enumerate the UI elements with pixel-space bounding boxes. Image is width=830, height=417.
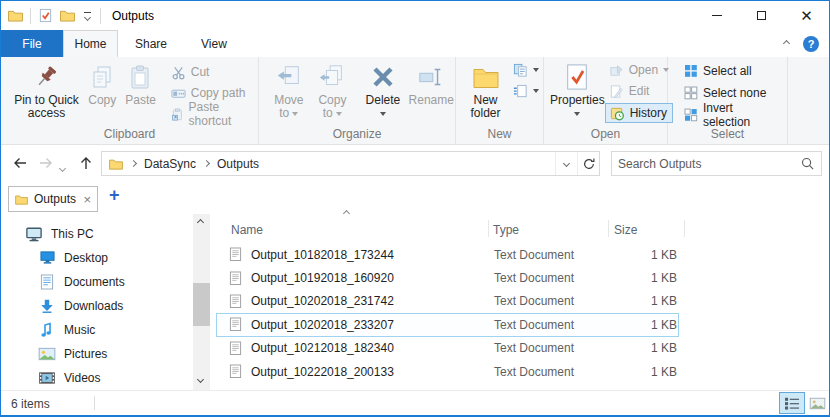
select-none-button[interactable]: Select none: [680, 84, 787, 102]
tab-share[interactable]: Share: [118, 30, 184, 57]
tab-home[interactable]: Home: [63, 30, 118, 57]
folder-tab-bar: Outputs × +: [1, 182, 829, 214]
scroll-up-icon[interactable]: [197, 219, 204, 226]
sidebar-item-label: Documents: [64, 275, 125, 289]
history-button[interactable]: History: [605, 103, 673, 123]
delete-icon: [370, 64, 396, 90]
up-button[interactable]: [77, 154, 95, 175]
search-input[interactable]: [618, 157, 800, 171]
titlebar-separator: [100, 8, 101, 24]
file-row[interactable]: Output_10182018_173244 Text Document 1 K…: [216, 243, 679, 266]
ribbon: Pin to Quickaccess Copy Paste Cut: [1, 57, 829, 145]
qat-new-folder-icon[interactable]: [60, 9, 75, 22]
file-type: Text Document: [494, 341, 615, 355]
item-count: 6 items: [11, 397, 50, 411]
paste-shortcut-button[interactable]: Paste shortcut: [167, 105, 258, 123]
file-row[interactable]: Output_10212018_182340 Text Document 1 K…: [216, 337, 679, 360]
delete-label: Delete: [366, 93, 401, 107]
open-button[interactable]: Open: [605, 61, 673, 79]
help-button[interactable]: ?: [803, 36, 819, 52]
previous-locations-button[interactable]: [555, 152, 577, 175]
refresh-button[interactable]: [577, 152, 599, 175]
column-header-type[interactable]: Type: [493, 223, 519, 237]
sidebar-item-downloads[interactable]: Downloads: [38, 294, 123, 317]
cut-button[interactable]: Cut: [167, 63, 258, 81]
file-row[interactable]: Output_10202018_231742 Text Document 1 K…: [216, 290, 679, 313]
ribbon-group-new: Newfolder New: [456, 57, 544, 144]
forward-button[interactable]: [37, 154, 55, 175]
sidebar-item-label: Downloads: [64, 299, 123, 313]
move-to-label-line1: Move: [274, 93, 303, 107]
open-icon: [609, 63, 624, 78]
tab-close-icon[interactable]: ×: [83, 193, 91, 206]
back-button[interactable]: [11, 154, 29, 175]
paste-button[interactable]: Paste: [121, 57, 161, 107]
delete-button[interactable]: Delete: [358, 57, 407, 120]
refresh-icon: [582, 157, 596, 171]
history-label: History: [630, 106, 667, 120]
column-separator[interactable]: [608, 220, 609, 237]
minimize-button[interactable]: [694, 1, 739, 30]
sidebar-item-pictures[interactable]: Pictures: [38, 342, 107, 365]
move-to-button[interactable]: Moveto: [267, 57, 311, 120]
new-tab-button[interactable]: +: [109, 185, 120, 206]
app-folder-icon: [8, 9, 23, 22]
sidebar-item-music[interactable]: Music: [38, 318, 95, 341]
chevron-down-icon: [336, 112, 342, 116]
ribbon-group-organize: Moveto Copyto Delete Rename Organize: [259, 57, 456, 144]
file-row-hovered[interactable]: Output_10202018_233207 Text Document 1 K…: [216, 313, 679, 336]
maximize-button[interactable]: [739, 1, 784, 30]
column-header-size[interactable]: Size: [614, 223, 637, 237]
this-pc-icon: [25, 226, 43, 242]
details-view-button[interactable]: [779, 392, 805, 414]
close-button[interactable]: ✕: [784, 1, 829, 30]
copy-to-button[interactable]: Copyto: [311, 57, 355, 120]
edit-label: Edit: [629, 84, 650, 98]
column-separator[interactable]: [488, 220, 489, 237]
icons-view-button[interactable]: [807, 394, 827, 412]
file-name: Output_10182018_173244: [251, 248, 494, 262]
new-folder-button[interactable]: Newfolder: [462, 57, 509, 120]
sidebar-item-videos[interactable]: Videos: [38, 366, 100, 389]
sidebar-scrollbar[interactable]: [193, 214, 210, 390]
easy-access-button[interactable]: [509, 61, 543, 79]
sidebar-item-this-pc[interactable]: This PC: [25, 222, 94, 245]
sidebar-item-desktop[interactable]: Desktop: [38, 246, 108, 269]
select-all-button[interactable]: Select all: [680, 62, 787, 80]
edit-icon: [609, 84, 624, 99]
tab-file[interactable]: File: [1, 30, 63, 57]
copy-button[interactable]: Copy: [84, 57, 121, 107]
pin-to-quick-access-button[interactable]: Pin to Quickaccess: [9, 57, 84, 120]
qat-customize-dropdown[interactable]: [82, 10, 93, 22]
new-folder-icon: [471, 63, 501, 91]
column-separator[interactable]: [684, 220, 685, 237]
chevron-down-icon: [533, 68, 539, 72]
edit-button[interactable]: Edit: [605, 82, 673, 100]
qat-properties-icon[interactable]: [38, 8, 53, 23]
invert-selection-button[interactable]: Invert selection: [680, 106, 787, 124]
address-toolbar: DataSync Outputs: [1, 145, 829, 182]
properties-icon: [564, 63, 590, 91]
minimize-ribbon-icon[interactable]: [783, 40, 790, 47]
breadcrumb-outputs[interactable]: Outputs: [217, 157, 259, 171]
pin-label-line2: access: [28, 106, 65, 120]
file-row[interactable]: Output_10222018_200133 Text Document 1 K…: [216, 360, 679, 383]
scroll-down-icon[interactable]: [197, 376, 204, 383]
select-none-icon: [684, 86, 698, 100]
column-header-name[interactable]: Name: [231, 223, 263, 237]
breadcrumb-datasync[interactable]: DataSync: [144, 157, 196, 171]
recent-locations-button[interactable]: [60, 160, 65, 174]
rename-icon: [417, 63, 445, 91]
folder-tab-outputs[interactable]: Outputs ×: [8, 186, 98, 212]
search-icon[interactable]: [800, 156, 815, 171]
properties-button[interactable]: Properties: [550, 57, 605, 120]
paste-shortcut-label: Paste shortcut: [189, 100, 254, 128]
rename-button[interactable]: Rename: [408, 57, 455, 107]
address-bar[interactable]: DataSync Outputs: [101, 151, 600, 176]
file-row[interactable]: Output_10192018_160920 Text Document 1 K…: [216, 266, 679, 289]
ribbon-group-select: Select all Select none Invert selection …: [668, 57, 788, 144]
scrollbar-thumb[interactable]: [193, 283, 210, 326]
new-item-button[interactable]: [509, 82, 543, 100]
tab-view[interactable]: View: [184, 30, 244, 57]
sidebar-item-documents[interactable]: Documents: [38, 270, 125, 293]
